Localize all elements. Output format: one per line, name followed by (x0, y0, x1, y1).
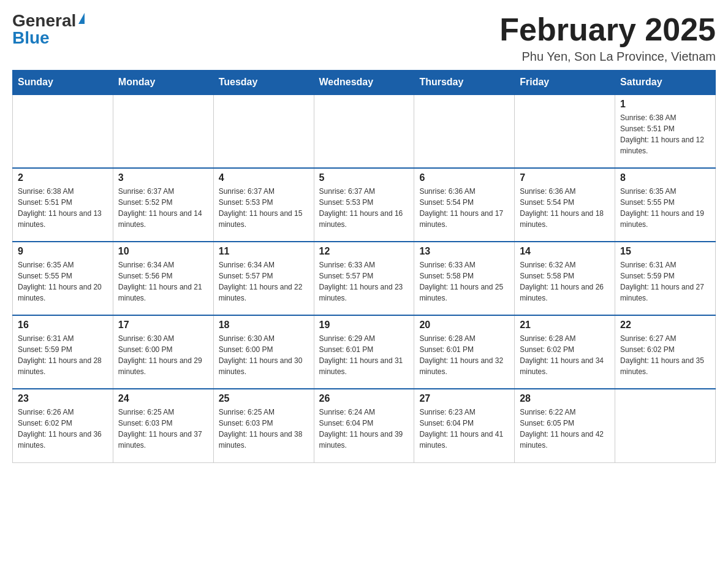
calendar-cell: 6Sunrise: 6:36 AMSunset: 5:54 PMDaylight… (414, 168, 515, 242)
day-number: 27 (419, 393, 509, 404)
calendar-cell (414, 94, 515, 168)
day-info: Sunrise: 6:24 AMSunset: 6:04 PMDaylight:… (319, 407, 409, 451)
logo-blue-text: Blue (12, 29, 50, 47)
calendar-cell: 14Sunrise: 6:32 AMSunset: 5:58 PMDayligh… (515, 242, 615, 315)
calendar-week-row: 2Sunrise: 6:38 AMSunset: 5:51 PMDaylight… (13, 168, 716, 242)
day-info: Sunrise: 6:29 AMSunset: 6:01 PMDaylight:… (319, 333, 409, 377)
title-block: February 2025 Phu Yen, Son La Province, … (499, 12, 716, 64)
day-info: Sunrise: 6:26 AMSunset: 6:02 PMDaylight:… (18, 407, 108, 451)
weekday-header-thursday: Thursday (414, 71, 515, 95)
day-info: Sunrise: 6:33 AMSunset: 5:57 PMDaylight:… (319, 259, 409, 304)
calendar-header-row: SundayMondayTuesdayWednesdayThursdayFrid… (13, 71, 716, 95)
calendar-cell: 11Sunrise: 6:34 AMSunset: 5:57 PMDayligh… (213, 242, 314, 315)
logo-general-text: General (12, 12, 76, 29)
calendar-cell: 19Sunrise: 6:29 AMSunset: 6:01 PMDayligh… (314, 315, 414, 389)
calendar-cell (13, 94, 113, 168)
day-info: Sunrise: 6:28 AMSunset: 6:01 PMDaylight:… (419, 333, 509, 377)
day-number: 24 (118, 393, 208, 404)
day-info: Sunrise: 6:31 AMSunset: 5:59 PMDaylight:… (620, 259, 710, 304)
day-info: Sunrise: 6:33 AMSunset: 5:58 PMDaylight:… (419, 259, 509, 304)
calendar-cell: 1Sunrise: 6:38 AMSunset: 5:51 PMDaylight… (615, 94, 716, 168)
day-info: Sunrise: 6:30 AMSunset: 6:00 PMDaylight:… (219, 333, 309, 377)
calendar-cell: 10Sunrise: 6:34 AMSunset: 5:56 PMDayligh… (113, 242, 213, 315)
calendar-cell: 23Sunrise: 6:26 AMSunset: 6:02 PMDayligh… (13, 389, 113, 462)
calendar-cell: 21Sunrise: 6:28 AMSunset: 6:02 PMDayligh… (515, 315, 615, 389)
calendar-cell: 9Sunrise: 6:35 AMSunset: 5:55 PMDaylight… (13, 242, 113, 315)
day-number: 10 (118, 246, 208, 257)
weekday-header-wednesday: Wednesday (314, 71, 414, 95)
day-info: Sunrise: 6:28 AMSunset: 6:02 PMDaylight:… (520, 333, 610, 377)
calendar-week-row: 1Sunrise: 6:38 AMSunset: 5:51 PMDaylight… (13, 94, 716, 168)
weekday-header-tuesday: Tuesday (213, 71, 314, 95)
day-number: 14 (520, 246, 610, 257)
calendar-cell (615, 389, 716, 462)
page-header: General Blue February 2025 Phu Yen, Son … (12, 12, 716, 64)
day-info: Sunrise: 6:31 AMSunset: 5:59 PMDaylight:… (18, 333, 108, 377)
day-number: 26 (319, 393, 409, 404)
day-number: 21 (520, 320, 610, 331)
calendar-subtitle: Phu Yen, Son La Province, Vietnam (499, 50, 716, 64)
calendar-week-row: 16Sunrise: 6:31 AMSunset: 5:59 PMDayligh… (13, 315, 716, 389)
logo-triangle-icon (78, 13, 85, 24)
day-info: Sunrise: 6:36 AMSunset: 5:54 PMDaylight:… (520, 186, 610, 230)
calendar-week-row: 23Sunrise: 6:26 AMSunset: 6:02 PMDayligh… (13, 389, 716, 462)
calendar-cell: 26Sunrise: 6:24 AMSunset: 6:04 PMDayligh… (314, 389, 414, 462)
calendar-cell: 8Sunrise: 6:35 AMSunset: 5:55 PMDaylight… (615, 168, 716, 242)
calendar-cell: 24Sunrise: 6:25 AMSunset: 6:03 PMDayligh… (113, 389, 213, 462)
calendar-cell: 22Sunrise: 6:27 AMSunset: 6:02 PMDayligh… (615, 315, 716, 389)
calendar-cell: 27Sunrise: 6:23 AMSunset: 6:04 PMDayligh… (414, 389, 515, 462)
calendar-cell: 5Sunrise: 6:37 AMSunset: 5:53 PMDaylight… (314, 168, 414, 242)
day-number: 19 (319, 320, 409, 331)
day-number: 13 (419, 246, 509, 257)
weekday-header-sunday: Sunday (13, 71, 113, 95)
calendar-cell: 4Sunrise: 6:37 AMSunset: 5:53 PMDaylight… (213, 168, 314, 242)
day-info: Sunrise: 6:35 AMSunset: 5:55 PMDaylight:… (620, 186, 710, 230)
day-number: 17 (118, 320, 208, 331)
day-number: 15 (620, 246, 710, 257)
day-number: 2 (18, 172, 108, 183)
day-info: Sunrise: 6:22 AMSunset: 6:05 PMDaylight:… (520, 407, 610, 451)
logo: General Blue (12, 12, 85, 47)
day-number: 3 (118, 172, 208, 183)
day-number: 23 (18, 393, 108, 404)
calendar-cell: 3Sunrise: 6:37 AMSunset: 5:52 PMDaylight… (113, 168, 213, 242)
day-number: 5 (319, 172, 409, 183)
day-info: Sunrise: 6:34 AMSunset: 5:57 PMDaylight:… (219, 259, 309, 304)
day-info: Sunrise: 6:25 AMSunset: 6:03 PMDaylight:… (219, 407, 309, 451)
day-info: Sunrise: 6:38 AMSunset: 5:51 PMDaylight:… (620, 112, 710, 156)
calendar-cell: 2Sunrise: 6:38 AMSunset: 5:51 PMDaylight… (13, 168, 113, 242)
day-info: Sunrise: 6:30 AMSunset: 6:00 PMDaylight:… (118, 333, 208, 377)
day-info: Sunrise: 6:35 AMSunset: 5:55 PMDaylight:… (18, 259, 108, 304)
calendar-cell (213, 94, 314, 168)
calendar-cell: 7Sunrise: 6:36 AMSunset: 5:54 PMDaylight… (515, 168, 615, 242)
weekday-header-friday: Friday (515, 71, 615, 95)
calendar-cell: 16Sunrise: 6:31 AMSunset: 5:59 PMDayligh… (13, 315, 113, 389)
calendar-cell (314, 94, 414, 168)
day-number: 18 (219, 320, 309, 331)
day-info: Sunrise: 6:23 AMSunset: 6:04 PMDaylight:… (419, 407, 509, 451)
calendar-cell: 18Sunrise: 6:30 AMSunset: 6:00 PMDayligh… (213, 315, 314, 389)
calendar-cell: 20Sunrise: 6:28 AMSunset: 6:01 PMDayligh… (414, 315, 515, 389)
day-info: Sunrise: 6:37 AMSunset: 5:53 PMDaylight:… (219, 186, 309, 230)
calendar-cell: 25Sunrise: 6:25 AMSunset: 6:03 PMDayligh… (213, 389, 314, 462)
day-number: 12 (319, 246, 409, 257)
day-info: Sunrise: 6:37 AMSunset: 5:52 PMDaylight:… (118, 186, 208, 230)
day-number: 7 (520, 172, 610, 183)
calendar-cell (515, 94, 615, 168)
day-info: Sunrise: 6:32 AMSunset: 5:58 PMDaylight:… (520, 259, 610, 304)
calendar-cell: 17Sunrise: 6:30 AMSunset: 6:00 PMDayligh… (113, 315, 213, 389)
calendar-cell: 13Sunrise: 6:33 AMSunset: 5:58 PMDayligh… (414, 242, 515, 315)
day-info: Sunrise: 6:37 AMSunset: 5:53 PMDaylight:… (319, 186, 409, 230)
day-number: 16 (18, 320, 108, 331)
calendar-cell (113, 94, 213, 168)
calendar-cell: 12Sunrise: 6:33 AMSunset: 5:57 PMDayligh… (314, 242, 414, 315)
day-number: 11 (219, 246, 309, 257)
day-number: 25 (219, 393, 309, 404)
day-number: 1 (620, 99, 710, 110)
day-number: 20 (419, 320, 509, 331)
day-number: 8 (620, 172, 710, 183)
calendar-title: February 2025 (499, 12, 716, 47)
day-number: 9 (18, 246, 108, 257)
day-number: 4 (219, 172, 309, 183)
day-info: Sunrise: 6:38 AMSunset: 5:51 PMDaylight:… (18, 186, 108, 230)
